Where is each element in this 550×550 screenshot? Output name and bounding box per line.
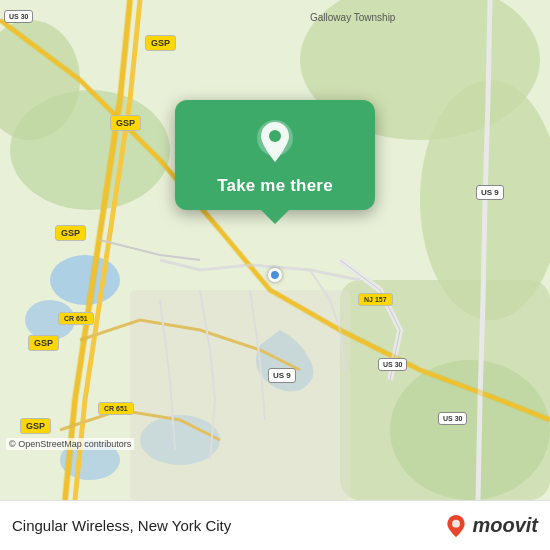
road-badge-us30c: US 30 (438, 412, 467, 425)
road-badge-us30a: US 30 (4, 10, 33, 23)
take-me-there-button[interactable]: Take me there (217, 176, 333, 196)
road-badge-us30b: US 30 (378, 358, 407, 371)
road-badge-gsp5: GSP (20, 418, 51, 434)
location-pin-icon (251, 118, 299, 166)
road-badge-gsp4: GSP (28, 335, 59, 351)
svg-point-6 (390, 360, 550, 500)
road-badge-gsp1: GSP (145, 35, 176, 51)
moovit-logo: moovit (445, 514, 538, 537)
road-badge-us9a: US 9 (476, 185, 504, 200)
location-name: Cingular Wireless, New York City (12, 517, 231, 534)
map-container: GSP GSP GSP GSP GSP CR 651 CR 651 NJ 157… (0, 0, 550, 500)
svg-point-7 (50, 255, 120, 305)
bottom-bar: Cingular Wireless, New York City moovit (0, 500, 550, 550)
map-attribution: © OpenStreetMap contributors (6, 438, 134, 450)
location-dot (268, 268, 282, 282)
road-badge-cr651b: CR 651 (98, 402, 134, 415)
svg-point-14 (453, 519, 461, 527)
road-badge-us9b: US 9 (268, 368, 296, 383)
moovit-pin-icon (445, 515, 467, 537)
area-label: Galloway Township (310, 12, 395, 23)
svg-point-13 (269, 130, 281, 142)
map-background (0, 0, 550, 500)
road-badge-gsp3: GSP (55, 225, 86, 241)
road-badge-gsp2: GSP (110, 115, 141, 131)
road-badge-cr651a: CR 651 (58, 312, 94, 325)
moovit-brand-label: moovit (472, 514, 538, 537)
popup-card[interactable]: Take me there (175, 100, 375, 210)
road-badge-nj157: NJ 157 (358, 293, 393, 306)
